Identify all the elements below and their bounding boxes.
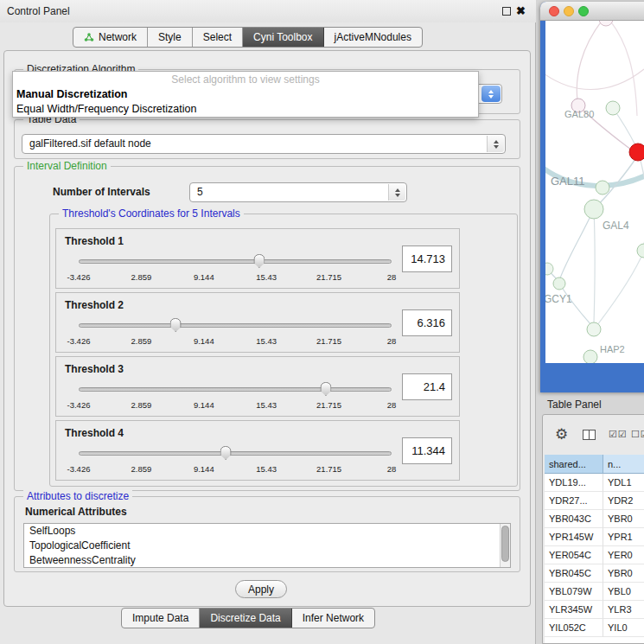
- threshold-1-slider[interactable]: [79, 253, 392, 269]
- node-table: shared... n... YDL19... YDL1 YDR27... YD…: [545, 455, 644, 643]
- slider-scale: -3.426 2.859 9.144 15.43 21.715 28: [79, 400, 392, 411]
- cell-name[interactable]: YDR2: [603, 492, 644, 510]
- table-row[interactable]: YBR045C YBR0: [545, 564, 644, 583]
- list-scrollbar[interactable]: [500, 524, 510, 567]
- cell-shared-name[interactable]: YLR345W: [545, 601, 603, 619]
- tab-discretize-data[interactable]: Discretize Data: [200, 609, 291, 628]
- column-header-shared-name[interactable]: shared...: [545, 455, 603, 474]
- scrollbar-thumb[interactable]: [501, 526, 509, 562]
- combobox-arrows-icon[interactable]: [481, 86, 501, 102]
- slider-track[interactable]: [79, 387, 392, 392]
- list-item[interactable]: TopologicalCoefficient: [24, 539, 510, 553]
- network-node[interactable]: [637, 244, 644, 258]
- tab-network[interactable]: Network: [73, 28, 148, 47]
- network-canvas[interactable]: GAL80GAL11GAL4GCY1HAP2: [545, 21, 644, 363]
- table-row[interactable]: YDL19... YDL1: [545, 474, 644, 492]
- thresholds-group: Threshold's Coordinates for 5 Intervals …: [49, 214, 518, 487]
- cell-shared-name[interactable]: YBL079W: [545, 583, 603, 601]
- threshold-4-value-field[interactable]: 11.344: [402, 437, 452, 464]
- close-icon[interactable]: ✖: [516, 4, 526, 17]
- slider-thumb[interactable]: [220, 446, 232, 460]
- table-data-combobox[interactable]: galFiltered.sif default node: [22, 134, 506, 154]
- network-node[interactable]: [629, 143, 644, 161]
- threshold-3-panel: Threshold 3 -3.426 2.859 9.144 15.43 21.…: [55, 356, 460, 417]
- close-window-button[interactable]: [549, 6, 559, 16]
- network-node[interactable]: [584, 200, 603, 219]
- network-node[interactable]: [606, 101, 620, 115]
- table-row[interactable]: YBL079W YBL0: [545, 583, 644, 601]
- cell-name[interactable]: YLR3: [603, 601, 644, 619]
- table-row[interactable]: YER054C YER0: [545, 546, 644, 564]
- slider-track[interactable]: [79, 259, 392, 264]
- threshold-1-label: Threshold 1: [65, 235, 124, 247]
- table-row[interactable]: YDR27... YDR2: [545, 492, 644, 510]
- select-all-checkboxes-icon[interactable]: ☑☑: [609, 429, 628, 440]
- dropdown-option-manual-discretization[interactable]: Manual Discretization: [13, 87, 478, 102]
- gear-icon[interactable]: ⚙: [555, 425, 568, 443]
- tab-select[interactable]: Select: [193, 28, 243, 47]
- slider-thumb[interactable]: [170, 318, 182, 332]
- network-node[interactable]: [596, 181, 609, 194]
- zoom-window-button[interactable]: [578, 6, 589, 16]
- network-node[interactable]: [553, 277, 565, 290]
- threshold-3-slider[interactable]: [79, 381, 392, 397]
- tick-label: -3.426: [67, 272, 91, 282]
- cell-name[interactable]: YPR1: [603, 528, 644, 546]
- tab-infer-network[interactable]: Infer Network: [292, 609, 374, 628]
- tab-cyni-toolbox[interactable]: Cyni Toolbox: [243, 28, 323, 47]
- tab-impute-data[interactable]: Impute Data: [122, 609, 200, 628]
- cell-name[interactable]: YER0: [603, 546, 644, 564]
- apply-button[interactable]: Apply: [235, 580, 287, 598]
- tab-label-select: Select: [203, 31, 232, 43]
- cell-name[interactable]: YDL1: [603, 474, 644, 492]
- combobox-arrows-icon[interactable]: [388, 184, 405, 201]
- table-row[interactable]: YPR145W YPR1: [545, 528, 644, 546]
- slider-thumb[interactable]: [253, 254, 265, 268]
- table-row[interactable]: YIL052C YIL0: [545, 619, 644, 637]
- cell-name[interactable]: YIL0: [603, 619, 644, 637]
- column-header-name[interactable]: n...: [603, 455, 644, 474]
- select-none-checkboxes-icon[interactable]: ☐☑: [631, 429, 644, 440]
- threshold-2-value-field[interactable]: 6.316: [402, 309, 452, 336]
- slider-track[interactable]: [79, 451, 392, 456]
- list-item[interactable]: SelfLoops: [24, 524, 510, 539]
- minimize-window-button[interactable]: [564, 6, 574, 16]
- list-item[interactable]: BetweennessCentrality: [24, 553, 510, 568]
- threshold-4-slider[interactable]: [79, 445, 392, 461]
- slider-thumb[interactable]: [320, 382, 331, 396]
- float-window-icon[interactable]: [502, 7, 511, 16]
- tab-label-discretize-data: Discretize Data: [210, 612, 280, 624]
- number-of-intervals-combobox[interactable]: 5: [189, 182, 407, 202]
- cell-shared-name[interactable]: YDR27...: [545, 492, 603, 510]
- network-node[interactable]: [587, 322, 601, 336]
- cell-shared-name[interactable]: YDL19...: [545, 474, 603, 492]
- cell-shared-name[interactable]: YBR043C: [545, 510, 603, 528]
- cell-shared-name[interactable]: YIL052C: [545, 619, 603, 637]
- cell-name[interactable]: YBR0: [603, 510, 644, 528]
- table-row[interactable]: YLR345W YLR3: [545, 601, 644, 619]
- tab-style[interactable]: Style: [148, 28, 193, 47]
- threshold-3-value-field[interactable]: 21.4: [402, 373, 452, 400]
- tick-label: 9.144: [194, 400, 214, 410]
- network-node[interactable]: [545, 263, 553, 275]
- tab-jactivemnodules[interactable]: jActiveMNodules: [324, 28, 422, 47]
- network-node-label: GAL4: [603, 220, 629, 232]
- threshold-2-label: Threshold 2: [65, 299, 124, 311]
- table-row[interactable]: YBR043C YBR0: [545, 510, 644, 528]
- cell-name[interactable]: YBL0: [603, 583, 644, 601]
- threshold-1-value-field[interactable]: 14.713: [402, 245, 452, 272]
- threshold-2-slider[interactable]: [79, 317, 392, 333]
- attributes-to-discretize-group: Attributes to discretize Numerical Attri…: [14, 496, 520, 572]
- cell-shared-name[interactable]: YER054C: [545, 546, 603, 564]
- cell-name[interactable]: YBR0: [603, 564, 644, 583]
- network-node-label: GAL11: [551, 175, 585, 188]
- network-node[interactable]: [583, 350, 597, 363]
- network-window-titlebar[interactable]: [540, 2, 644, 21]
- dropdown-option-equal-width-frequency[interactable]: Equal Width/Frequency Discretization: [13, 102, 478, 117]
- network-node[interactable]: [599, 21, 613, 26]
- cell-shared-name[interactable]: YBR045C: [545, 564, 603, 583]
- cell-shared-name[interactable]: YPR145W: [545, 528, 603, 546]
- columns-icon[interactable]: [583, 430, 596, 440]
- combobox-arrows-icon[interactable]: [487, 136, 504, 152]
- slider-track[interactable]: [79, 323, 392, 328]
